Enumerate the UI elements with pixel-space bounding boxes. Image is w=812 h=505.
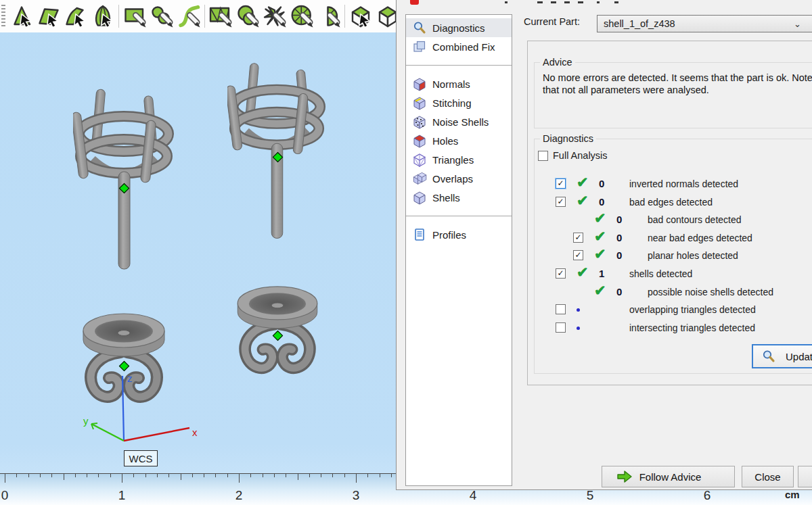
axis-z-label: z [127, 372, 133, 384]
nav-item-label: Combined Fix [432, 41, 495, 53]
nav-item-stitching[interactable]: Stitching [406, 93, 512, 112]
mark-half-wheel-icon[interactable] [315, 3, 342, 30]
nav-item-overlaps[interactable]: Overlaps [406, 169, 512, 188]
full-analysis-checkbox[interactable] [538, 151, 548, 161]
ruler-tick [28, 474, 29, 477]
select-shells-icon[interactable] [89, 3, 116, 30]
ruler-number: 5 [587, 488, 594, 503]
nav-item-holes[interactable]: Holes [406, 131, 512, 150]
select-surfaces-icon[interactable] [62, 3, 89, 30]
nav-item-normals[interactable]: Normals [406, 74, 512, 93]
mark-burst-icon[interactable] [261, 3, 288, 30]
toolbar-drag-handle[interactable] [1, 5, 5, 28]
nav-item-label: Triangles [432, 154, 474, 166]
ruler-tick [298, 474, 298, 480]
close-button[interactable]: Close [742, 466, 794, 487]
nav-item-profiles[interactable]: Profiles [406, 225, 512, 244]
ruler-number: 3 [353, 488, 360, 503]
ruler-tick [181, 474, 181, 480]
select-cube-icon[interactable] [347, 3, 374, 30]
nav-item-label: Shells [432, 192, 460, 203]
diagnostic-row: ✔0possible noise shells detected [535, 286, 812, 301]
nav-item-label: Stitching [432, 97, 472, 109]
ruler-tick [227, 474, 228, 477]
pending-dot-icon [577, 308, 580, 312]
advice-text: No more errors are detected. It seems th… [543, 72, 812, 96]
row-label: near bad edges detected [648, 233, 752, 243]
diagnostic-row: ✓✔0planar holes detected [535, 249, 812, 264]
row-checkbox[interactable] [556, 304, 566, 314]
count-value: 0 [616, 232, 622, 243]
row-checkbox[interactable]: ✓ [573, 233, 583, 243]
row-label: shells detected [629, 268, 692, 279]
mark-window-icon[interactable] [121, 3, 148, 30]
mark-wheel-icon[interactable] [288, 3, 315, 30]
cube-normals-icon [412, 76, 427, 91]
count-value: 0 [599, 178, 604, 189]
diagnostic-row: ✓✔0inverted normals detected [535, 178, 812, 193]
ruler-tick [168, 474, 169, 477]
row-checkbox[interactable]: ✓ [573, 250, 583, 260]
green-check-icon: ✔ [594, 210, 606, 226]
ruler-tick [157, 474, 158, 477]
row-label: inverted normals detected [629, 178, 738, 189]
green-arrow-icon [616, 470, 633, 483]
ruler-number: 0 [1, 488, 9, 503]
nav-item-combined-fix[interactable]: Combined Fix [406, 37, 512, 56]
advice-groupbox: Advice No more errors are detected. It s… [534, 62, 812, 128]
cube-stitching-icon [412, 95, 427, 110]
ruler-tick [321, 474, 321, 477]
ruler-tick [391, 474, 392, 477]
ruler-tick [380, 474, 380, 477]
mark-freeform-icon[interactable] [148, 3, 175, 30]
nav-item-diagnostics[interactable]: Diagnostics [406, 18, 512, 37]
row-checkbox[interactable]: ✓ [556, 197, 566, 207]
ruler-tick [192, 474, 193, 477]
ruler-tick [5, 474, 5, 483]
clipped-button[interactable] [798, 466, 812, 487]
dialog-titlebar-clipped [397, 0, 812, 9]
row-label: overlapping triangles detected [629, 304, 756, 315]
axis-y-label: y [83, 415, 89, 427]
wcs-label: WCS [124, 450, 158, 466]
current-part-combobox[interactable]: shell_1_of_z438 ⌄ [597, 15, 812, 32]
nav-item-shells[interactable]: Shells [406, 188, 512, 207]
magnifier-icon [761, 349, 776, 364]
ruler-number: 1 [118, 488, 126, 503]
nav-item-noise-shells[interactable]: Noise Shells [406, 112, 512, 131]
select-triangles-icon[interactable] [8, 3, 35, 30]
fix-wizard-dialog: DiagnosticsCombined FixNormalsStitchingN… [396, 0, 812, 490]
row-label: possible noise shells detected [648, 287, 773, 297]
mark-triangles-window-icon[interactable] [207, 3, 234, 30]
diagnostics-title: Diagnostics [540, 133, 596, 144]
current-part-value: shell_1_of_z438 [604, 18, 675, 29]
select-planes-icon[interactable] [35, 3, 62, 30]
row-checkbox[interactable] [556, 322, 566, 333]
row-label: intersecting triangles detected [629, 322, 755, 333]
ruler-tick [16, 474, 17, 477]
ruler-tick [356, 474, 357, 483]
row-label: planar holes detected [648, 250, 738, 261]
nav-item-label: Diagnostics [432, 22, 485, 34]
chevron-down-icon: ⌄ [794, 19, 801, 29]
ruler-number: 4 [470, 488, 477, 503]
mark-curve-icon[interactable] [175, 3, 202, 30]
follow-advice-button[interactable]: Follow Advice [602, 466, 735, 487]
cube-shells-icon [412, 190, 427, 205]
ruler-tick [263, 474, 263, 477]
ruler-tick [239, 474, 240, 483]
diagnostic-row: intersecting triangles detected [535, 322, 812, 337]
update-button[interactable]: Update [752, 344, 812, 368]
ruler-tick [75, 474, 76, 477]
ruler-tick [87, 474, 87, 477]
green-check-icon: ✔ [594, 283, 606, 299]
ruler-tick [145, 474, 146, 477]
nav-item-label: Holes [432, 135, 458, 147]
green-check-icon: ✔ [577, 174, 589, 191]
mark-sphere-icon[interactable] [234, 3, 261, 30]
row-checkbox[interactable]: ✓ [556, 178, 566, 189]
nav-item-label: Overlaps [432, 173, 473, 185]
ruler-tick [286, 474, 286, 477]
nav-item-triangles[interactable]: Triangles [406, 150, 512, 169]
row-checkbox[interactable]: ✓ [556, 268, 566, 279]
